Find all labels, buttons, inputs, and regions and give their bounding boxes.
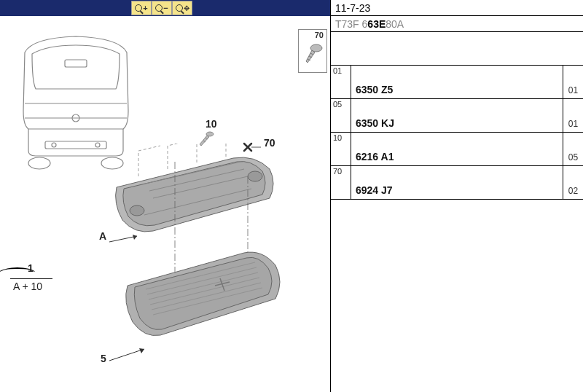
part-index: 01 <box>333 66 342 75</box>
minus-icon: − <box>163 4 168 12</box>
svg-line-27 <box>109 236 137 242</box>
part-qty: 01 <box>563 66 583 98</box>
header-code: T73F 6 63E 80A <box>331 16 583 32</box>
code-prefix: T73F 6 <box>335 18 367 30</box>
svg-rect-0 <box>65 60 87 67</box>
diagram-label-A: A <box>99 230 106 242</box>
screw-icon <box>302 41 324 67</box>
header-date: 11-7-23 <box>331 0 583 16</box>
code-bold: 63E <box>367 18 386 30</box>
part-index: 10 <box>333 133 342 142</box>
part-index: 05 <box>333 100 342 109</box>
svg-line-37 <box>109 349 144 361</box>
parts-pane: 11-7-23 T73F 6 63E 80A 01 6350 Z5 01 05 … <box>331 0 583 392</box>
fraction-line <box>10 278 52 279</box>
parts-table: 01 6350 Z5 01 05 6350 KJ 01 10 6216 A1 0… <box>331 66 583 200</box>
diagram-toolbar: + − ✥ <box>0 0 330 16</box>
svg-point-4 <box>52 143 56 147</box>
exploded-diagram[interactable]: 70 <box>0 16 330 392</box>
diagram-label-10: 10 <box>206 118 217 130</box>
part-number: 6924 J7 <box>351 166 563 199</box>
svg-point-5 <box>95 143 100 147</box>
magnifier-icon <box>155 4 163 12</box>
part-number: 6216 A1 <box>351 133 563 165</box>
part-row[interactable]: 70 6924 J7 02 <box>331 166 583 200</box>
part-index: 70 <box>333 167 342 176</box>
diagram-pane: + − ✥ <box>0 0 331 392</box>
part-row[interactable]: 01 6350 Z5 01 <box>331 66 583 99</box>
move-icon: ✥ <box>184 4 189 12</box>
code-suffix: 80A <box>386 18 404 30</box>
part-qty: 05 <box>563 133 583 165</box>
leader-5-icon <box>109 348 153 366</box>
magnifier-icon <box>135 4 142 12</box>
part-qty: 02 <box>563 166 583 199</box>
zoom-in-button[interactable]: + <box>131 1 152 15</box>
magnifier-icon <box>176 4 183 12</box>
part-number: 6350 KJ <box>351 99 563 132</box>
pan-button[interactable]: ✥ <box>172 1 192 15</box>
part-row[interactable]: 10 6216 A1 05 <box>331 133 583 166</box>
zoom-out-button[interactable]: − <box>152 1 172 15</box>
part-qty: 01 <box>563 99 583 132</box>
header-spacer <box>331 32 583 66</box>
diagram-label-5: 5 <box>101 353 106 364</box>
svg-point-1 <box>28 157 50 169</box>
part-row[interactable]: 05 6350 KJ 01 <box>331 99 583 133</box>
part-number: 6350 Z5 <box>351 66 563 98</box>
diagram-date: 11-7-23 <box>335 2 370 14</box>
cover-lower-icon <box>117 242 299 351</box>
plus-icon: + <box>143 4 147 12</box>
fraction-bottom: A + 10 <box>13 281 42 292</box>
callout-box-70[interactable]: 70 <box>298 29 327 73</box>
callout-number: 70 <box>299 30 326 39</box>
